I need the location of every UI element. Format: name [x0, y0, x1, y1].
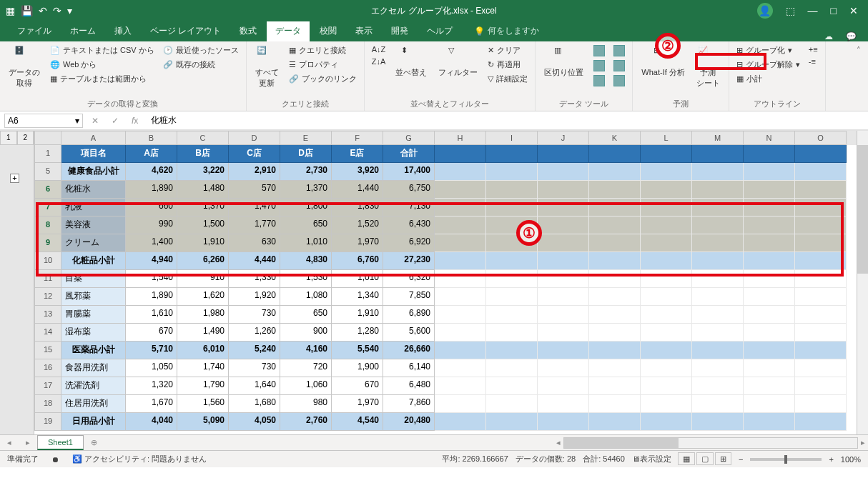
cell-empty[interactable] — [744, 413, 795, 431]
cell-empty[interactable] — [692, 181, 744, 199]
cell[interactable]: 570 — [229, 181, 280, 199]
horizontal-scrollbar[interactable]: ◂ ▸ — [553, 437, 868, 449]
cell[interactable]: 1,060 — [280, 377, 332, 395]
cell-empty[interactable] — [589, 145, 641, 163]
cell-empty[interactable] — [795, 216, 847, 234]
cell[interactable]: 1,670 — [126, 395, 177, 413]
cell[interactable]: 1,480 — [177, 181, 229, 199]
account-avatar-icon[interactable]: 👤 — [757, 3, 773, 19]
macro-record-icon[interactable]: ⏺ — [51, 455, 59, 464]
cell-empty[interactable] — [486, 145, 538, 163]
cell-empty[interactable] — [538, 270, 589, 288]
cell-empty[interactable] — [641, 359, 692, 377]
cell[interactable]: 650 — [280, 306, 332, 324]
cell[interactable]: 6,430 — [383, 216, 435, 234]
cell-empty[interactable] — [589, 377, 641, 395]
cell[interactable]: 5,710 — [126, 342, 177, 359]
cell-empty[interactable] — [486, 199, 538, 216]
ribbon-display-icon[interactable]: ⬚ — [786, 5, 795, 16]
cell[interactable]: 1,900 — [332, 359, 383, 377]
cell-empty[interactable] — [486, 288, 538, 306]
cell[interactable]: 化粧水 — [61, 181, 126, 199]
subtotal-button[interactable]: ▦小計 — [735, 73, 802, 85]
queries-connections-button[interactable]: ▦クエリと接続 — [287, 44, 358, 56]
cell[interactable]: 4,830 — [280, 252, 332, 270]
cell-empty[interactable] — [486, 163, 538, 181]
cell-empty[interactable] — [589, 342, 641, 359]
cell-empty[interactable] — [692, 324, 744, 342]
cell[interactable]: 990 — [126, 216, 177, 234]
cell[interactable]: 1,080 — [280, 288, 332, 306]
cell[interactable]: 4,540 — [332, 413, 383, 431]
sort-button[interactable]: ⬍並べ替え — [393, 44, 430, 79]
cell[interactable]: 2,760 — [280, 413, 332, 431]
cell-empty[interactable] — [538, 306, 589, 324]
cell[interactable]: 合計 — [383, 145, 435, 163]
cell[interactable]: 1,520 — [332, 216, 383, 234]
cell-empty[interactable] — [435, 252, 486, 270]
sheet-nav-next-icon[interactable]: ▸ — [19, 438, 37, 447]
fx-icon[interactable]: fx — [127, 116, 142, 126]
cell-empty[interactable] — [795, 413, 847, 431]
cell[interactable]: 1,890 — [126, 181, 177, 199]
select-all-corner[interactable] — [34, 131, 61, 145]
row-number[interactable]: 5 — [34, 163, 61, 181]
sort-asc-button[interactable]: A↓Z — [370, 44, 388, 54]
cell[interactable]: 4,440 — [229, 252, 280, 270]
cell[interactable]: 7,850 — [383, 288, 435, 306]
cell-empty[interactable] — [795, 252, 847, 270]
cell[interactable]: 1,920 — [229, 288, 280, 306]
cell[interactable]: 670 — [126, 324, 177, 342]
cell[interactable]: 6,260 — [177, 252, 229, 270]
cell-empty[interactable] — [744, 395, 795, 413]
cell[interactable]: 4,160 — [280, 342, 332, 359]
qat-more-icon[interactable]: ▾ — [67, 5, 72, 16]
existing-connections-button[interactable]: 🔗既存の接続 — [162, 59, 240, 71]
tab-insert[interactable]: 挿入 — [106, 21, 140, 41]
cell-empty[interactable] — [795, 270, 847, 288]
cell[interactable]: 1,280 — [332, 324, 383, 342]
zoom-slider[interactable] — [750, 458, 822, 461]
from-web-button[interactable]: 🌐Web から — [49, 59, 156, 71]
cell-empty[interactable] — [641, 342, 692, 359]
show-detail-button[interactable]: +≡ — [807, 44, 819, 54]
group-button[interactable]: ⊞グループ化▾ — [735, 44, 802, 56]
cell[interactable]: 1,980 — [177, 306, 229, 324]
from-table-range-button[interactable]: ▦テーブルまたは範囲から — [49, 73, 156, 85]
sort-desc-button[interactable]: Z↓A — [370, 56, 388, 66]
cell[interactable]: 4,620 — [126, 163, 177, 181]
cell-empty[interactable] — [486, 181, 538, 199]
cell-empty[interactable] — [744, 324, 795, 342]
cancel-formula-icon[interactable]: ✕ — [87, 116, 103, 126]
column-header[interactable]: J — [538, 131, 589, 145]
cell-empty[interactable] — [589, 163, 641, 181]
cell-empty[interactable] — [692, 359, 744, 377]
cell-empty[interactable] — [795, 199, 847, 216]
cell[interactable]: 7,130 — [383, 199, 435, 216]
cell-empty[interactable] — [435, 216, 486, 234]
row-number[interactable]: 15 — [34, 342, 61, 359]
collapse-ribbon-icon[interactable]: ˄ — [857, 46, 861, 55]
cell-empty[interactable] — [692, 163, 744, 181]
outline-level-1[interactable]: 1 — [0, 131, 17, 145]
cell[interactable]: 胃腸薬 — [61, 306, 126, 324]
cell[interactable]: 910 — [177, 270, 229, 288]
formula-bar-input[interactable]: 化粧水 — [147, 113, 864, 128]
cell-empty[interactable] — [589, 270, 641, 288]
cell-empty[interactable] — [795, 324, 847, 342]
redo-icon[interactable]: ↷ — [53, 5, 61, 16]
maximize-icon[interactable]: □ — [831, 5, 837, 16]
cell-empty[interactable] — [538, 216, 589, 234]
cell-empty[interactable] — [641, 306, 692, 324]
cell-empty[interactable] — [744, 181, 795, 199]
cell-empty[interactable] — [486, 395, 538, 413]
cell-empty[interactable] — [795, 359, 847, 377]
zoom-level[interactable]: 100% — [841, 455, 861, 464]
cell-empty[interactable] — [538, 342, 589, 359]
row-number[interactable]: 8 — [34, 216, 61, 234]
cell-empty[interactable] — [589, 359, 641, 377]
column-header[interactable]: E — [280, 131, 332, 145]
row-number[interactable]: 11 — [34, 270, 61, 288]
cell[interactable]: 660 — [126, 199, 177, 216]
cell[interactable]: 650 — [280, 216, 332, 234]
